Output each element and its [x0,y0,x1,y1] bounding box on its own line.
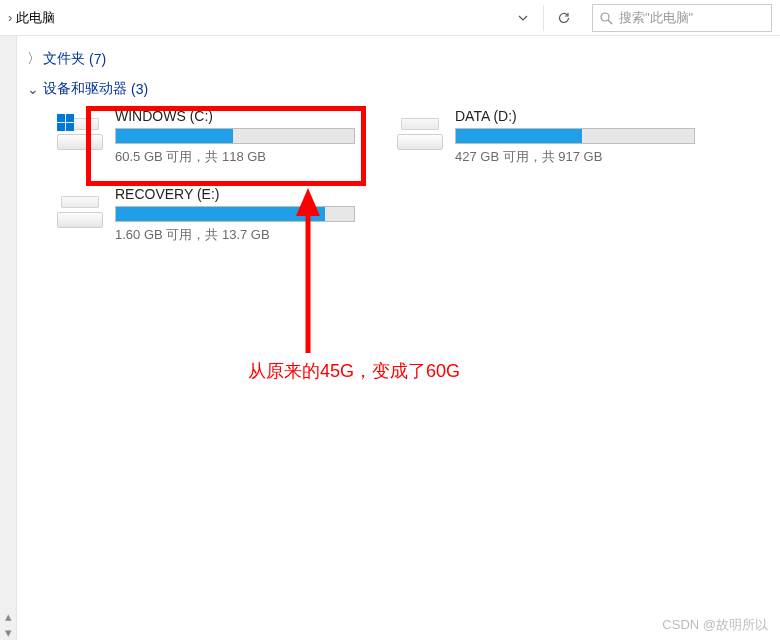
windows-logo-icon [57,114,75,132]
search-placeholder: 搜索"此电脑" [619,9,693,27]
usage-bar [115,128,355,144]
search-input[interactable]: 搜索"此电脑" [592,4,772,32]
usage-fill [116,207,325,221]
drives-grid: WINDOWS (C:) 60.5 GB 可用，共 118 GB DATA (D… [17,104,737,244]
drive-name: RECOVERY (E:) [115,186,357,202]
drive-info: RECOVERY (E:) 1.60 GB 可用，共 13.7 GB [115,186,357,244]
section-count: (7) [89,51,106,67]
breadcrumb-location: 此电脑 [16,9,55,27]
section-label: 文件夹 [43,50,85,68]
section-count: (3) [131,81,148,97]
drive-stats: 1.60 GB 可用，共 13.7 GB [115,226,357,244]
drive-name: DATA (D:) [455,108,697,124]
svg-line-1 [608,20,612,24]
chevron-down-icon [518,13,528,23]
usage-bar [455,128,695,144]
dropdown-button[interactable] [509,4,537,32]
drive-windows-icon [57,114,103,150]
address-actions [509,4,578,32]
search-icon [599,11,613,25]
usage-fill [116,129,233,143]
drive-name: WINDOWS (C:) [115,108,357,124]
drive-info: WINDOWS (C:) 60.5 GB 可用，共 118 GB [115,108,357,166]
svg-point-0 [601,13,609,21]
divider [543,5,544,31]
chevron-down-icon: ⌄ [27,81,39,97]
refresh-button[interactable] [550,4,578,32]
content-area: ▴ ▾ 〉 文件夹 (7) ⌄ 设备和驱动器 (3) WINDOWS (C:) [0,36,780,640]
annotation-text: 从原来的45G，变成了60G [248,359,460,383]
drive-icon [57,192,103,228]
drive-item[interactable]: RECOVERY (E:) 1.60 GB 可用，共 13.7 GB [57,186,357,244]
usage-fill [456,129,582,143]
usage-bar [115,206,355,222]
main-panel: 〉 文件夹 (7) ⌄ 设备和驱动器 (3) WINDOWS (C:) 60.5… [17,36,780,640]
section-devices[interactable]: ⌄ 设备和驱动器 (3) [17,74,780,104]
breadcrumb[interactable]: › 此电脑 [8,9,503,27]
drive-icon [397,114,443,150]
section-label: 设备和驱动器 [43,80,127,98]
drive-item[interactable]: DATA (D:) 427 GB 可用，共 917 GB [397,108,697,166]
section-folders[interactable]: 〉 文件夹 (7) [17,44,780,74]
breadcrumb-separator-icon: › [8,10,12,25]
watermark: CSDN @故明所以 [662,616,768,634]
drive-stats: 427 GB 可用，共 917 GB [455,148,697,166]
address-bar: › 此电脑 搜索"此电脑" [0,0,780,36]
drive-item[interactable]: WINDOWS (C:) 60.5 GB 可用，共 118 GB [57,108,357,166]
scroll-down-icon[interactable]: ▾ [0,624,16,640]
refresh-icon [557,11,571,25]
drive-info: DATA (D:) 427 GB 可用，共 917 GB [455,108,697,166]
drive-stats: 60.5 GB 可用，共 118 GB [115,148,357,166]
chevron-right-icon: 〉 [27,50,39,68]
left-scrollbar[interactable]: ▴ ▾ [0,36,16,640]
scroll-up-icon[interactable]: ▴ [0,608,16,624]
